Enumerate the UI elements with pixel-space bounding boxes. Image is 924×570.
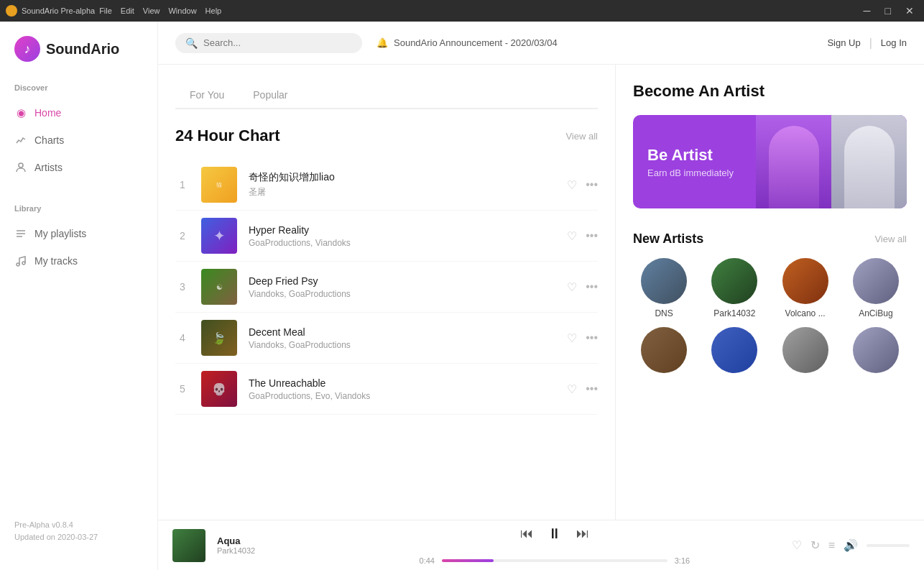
new-artists-view-all[interactable]: View all <box>874 234 907 244</box>
artist-name-ancibug: AnCiBug <box>845 308 907 318</box>
more-button-1[interactable]: ••• <box>586 178 598 191</box>
chart-rank-4: 4 <box>175 332 190 344</box>
artist-name-park14032: Park14032 <box>703 308 765 318</box>
chart-info-5: The Unreachable GoaProductions, Evo, Via… <box>249 377 555 401</box>
chart-rank-1: 1 <box>175 179 190 190</box>
chart-cover-2: ✦ <box>201 218 237 254</box>
chart-actions-1: ♡ ••• <box>567 178 598 192</box>
queue-button[interactable]: ≡ <box>828 539 835 552</box>
artist-banner[interactable]: Be Artist Earn dB immediately <box>633 115 907 208</box>
sidebar-item-tracks[interactable]: My tracks <box>0 247 157 275</box>
sidebar-item-playlists[interactable]: My playlists <box>0 220 157 247</box>
maximize-button[interactable]: □ <box>881 5 895 17</box>
chart-artist-2: GoaProductions, Viandoks <box>249 238 555 248</box>
sidebar-artists-label: Artists <box>34 162 63 173</box>
repeat-button[interactable]: ↻ <box>810 538 820 552</box>
sidebar-item-home[interactable]: ◉ Home <box>0 99 157 127</box>
menu-help[interactable]: Help <box>205 6 222 15</box>
chart-cover-3: ☯ <box>201 269 237 305</box>
more-button-2[interactable]: ••• <box>586 229 598 242</box>
artist-name-volcano: Volcano ... <box>775 308 836 318</box>
like-button-5[interactable]: ♡ <box>567 382 577 396</box>
like-button-4[interactable]: ♡ <box>567 331 577 345</box>
app-icon <box>6 5 17 17</box>
svg-point-5 <box>22 262 25 265</box>
like-button-2[interactable]: ♡ <box>567 229 577 243</box>
more-button-4[interactable]: ••• <box>586 331 598 344</box>
chart-title-2: Hyper Reality <box>249 224 555 236</box>
banner-main-title: Be Artist <box>647 146 734 165</box>
chart-view-all[interactable]: View all <box>565 131 598 142</box>
artist-card-park14032[interactable]: Park14032 <box>703 258 765 318</box>
chart-cover-1: 猫 <box>201 167 237 203</box>
progress-bar[interactable] <box>442 559 667 562</box>
chart-title: 24 Hour Chart <box>175 127 279 145</box>
player-title: Aqua <box>217 535 318 546</box>
artist-card-volcano[interactable]: Volcano ... <box>775 258 836 318</box>
like-button-1[interactable]: ♡ <box>567 178 577 192</box>
artist-avatar-dns <box>641 258 687 304</box>
menu-file[interactable]: File <box>99 6 112 15</box>
next-button[interactable]: ⏭ <box>576 526 589 541</box>
signup-button[interactable]: Sign Up <box>827 37 860 48</box>
menu-window[interactable]: Window <box>168 6 196 15</box>
tab-for-you[interactable]: For You <box>175 82 239 109</box>
speaker-icon: 🔔 <box>376 37 388 48</box>
search-input[interactable] <box>203 37 352 48</box>
chart-item-3: 3 ☯ Deep Fried Psy Viandoks, GoaProducti… <box>175 262 598 313</box>
header-right: Sign Up | Log In <box>827 37 907 50</box>
header-divider: | <box>869 37 872 50</box>
login-button[interactable]: Log In <box>881 37 907 48</box>
chart-item-1: 1 猫 奇怪的知识增加liao 圣屠 ♡ ••• <box>175 160 598 211</box>
logo-icon: ♪ <box>14 36 40 62</box>
artist-card-dns[interactable]: DNS <box>633 258 695 318</box>
volume-bar[interactable] <box>867 544 910 547</box>
chart-artist-3: Viandoks, GoaProductions <box>249 289 555 299</box>
become-artist-header: Become An Artist <box>633 82 907 101</box>
pause-button[interactable]: ⏸ <box>548 525 562 542</box>
tab-popular[interactable]: Popular <box>239 82 302 109</box>
menu-edit[interactable]: Edit <box>121 6 134 15</box>
like-button-3[interactable]: ♡ <box>567 280 577 294</box>
chart-actions-4: ♡ ••• <box>567 331 598 345</box>
chart-rank-2: 2 <box>175 230 190 242</box>
sidebar-charts-label: Charts <box>34 134 64 146</box>
prev-button[interactable]: ⏮ <box>520 526 533 541</box>
minimize-button[interactable]: ─ <box>859 5 875 17</box>
more-button-5[interactable]: ••• <box>586 382 598 395</box>
artist-avatar-7 <box>782 327 828 373</box>
artist-card-5[interactable] <box>633 327 695 377</box>
close-button[interactable]: ✕ <box>901 5 918 17</box>
svg-point-0 <box>19 163 23 167</box>
banner-person-1 <box>756 115 831 208</box>
artist-card-ancibug[interactable]: AnCiBug <box>845 258 907 318</box>
sidebar: ♪ SoundArio Discover ◉ Home Charts Ar <box>0 22 158 570</box>
artist-card-8[interactable] <box>845 327 907 377</box>
progress-row: 0:44 3:16 <box>420 556 690 565</box>
artist-card-6[interactable] <box>703 327 765 377</box>
volume-button[interactable]: 🔊 <box>844 538 858 552</box>
search-box[interactable]: 🔍 <box>175 33 362 53</box>
chart-section-header: 24 Hour Chart View all <box>175 127 598 145</box>
artist-card-7[interactable] <box>775 327 836 377</box>
sidebar-bottom: Pre-Alpha v0.8.4 Updated on 2020-03-27 <box>0 507 157 556</box>
current-time: 0:44 <box>420 556 435 565</box>
player-controls: ⏮ ⏸ ⏭ 0:44 3:16 <box>329 525 780 565</box>
app-title: SoundArio Pre-alpha <box>22 6 95 15</box>
discover-label: Discover <box>0 83 157 99</box>
chart-info-2: Hyper Reality GoaProductions, Viandoks <box>249 224 555 248</box>
sidebar-item-artists[interactable]: Artists <box>0 154 157 181</box>
chart-info-3: Deep Fried Psy Viandoks, GoaProductions <box>249 275 555 299</box>
more-button-3[interactable]: ••• <box>586 280 598 293</box>
player-buttons: ⏮ ⏸ ⏭ <box>520 525 589 542</box>
chart-rank-5: 5 <box>175 383 190 395</box>
like-player-button[interactable]: ♡ <box>792 538 802 552</box>
right-panel: Become An Artist Be Artist Earn dB immed… <box>615 65 924 520</box>
content-area: For You Popular 24 Hour Chart View all 1… <box>158 65 924 520</box>
menu-view[interactable]: View <box>143 6 160 15</box>
chart-artist-1: 圣屠 <box>249 186 555 198</box>
sidebar-item-charts[interactable]: Charts <box>0 127 157 154</box>
chart-title-1: 奇怪的知识增加liao <box>249 171 555 184</box>
playlist-icon <box>14 227 27 240</box>
chart-actions-2: ♡ ••• <box>567 229 598 243</box>
